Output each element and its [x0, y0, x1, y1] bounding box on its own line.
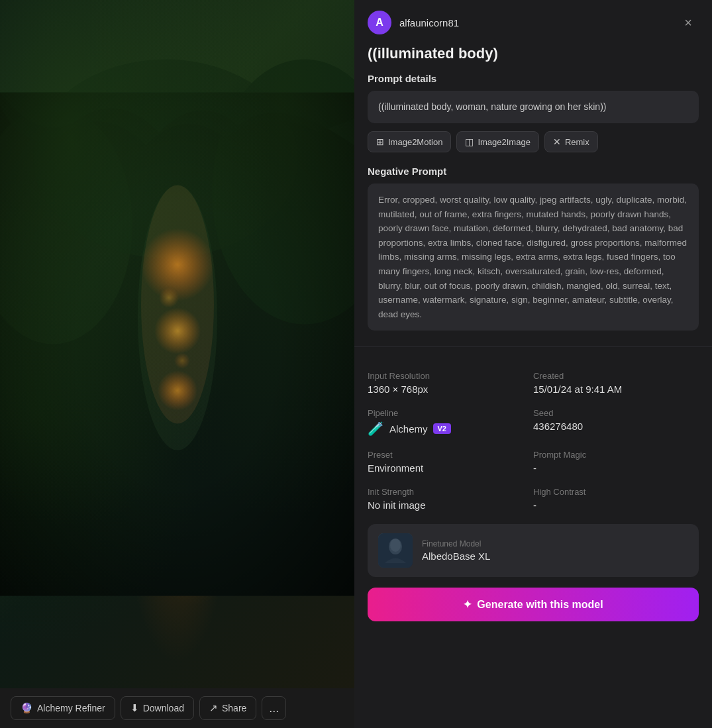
- share-label: Share: [222, 703, 246, 713]
- download-label: Download: [143, 703, 184, 713]
- close-icon: ×: [684, 15, 692, 30]
- init-strength-value: No init image: [368, 499, 533, 511]
- svg-point-3: [33, 60, 298, 258]
- more-options-button[interactable]: ...: [262, 696, 286, 720]
- username: alfaunicorn81: [399, 17, 670, 28]
- image2motion-button[interactable]: ⊞ Image2Motion: [368, 131, 451, 152]
- preset-label: Preset: [368, 450, 533, 460]
- meta-seed: Seed 436276480: [533, 408, 699, 437]
- toolbar: 🔮 Alchemy Refiner ⬇ Download ↗ Share ...: [0, 688, 354, 728]
- download-button[interactable]: ⬇ Download: [121, 696, 194, 720]
- pipeline-row: 🧪 Alchemy V2: [368, 421, 533, 437]
- svg-point-9: [174, 353, 190, 369]
- created-label: Created: [533, 371, 699, 381]
- more-icon: ...: [269, 702, 279, 715]
- pipeline-icon: 🧪: [368, 421, 384, 437]
- model-thumb-image: [378, 533, 413, 568]
- preset-value: Environment: [368, 462, 533, 474]
- created-value: 15/01/24 at 9:41 AM: [533, 384, 699, 395]
- image2image-icon: ◫: [465, 136, 474, 147]
- download-icon: ⬇: [130, 702, 139, 714]
- image2image-label: Image2Image: [478, 137, 531, 147]
- prompt-details-label: Prompt details: [354, 73, 712, 91]
- remix-label: Remix: [565, 137, 589, 147]
- remix-button[interactable]: ✕ Remix: [544, 131, 598, 152]
- svg-point-5: [141, 229, 214, 301]
- remix-icon: ✕: [553, 136, 561, 147]
- avatar: A: [368, 11, 391, 34]
- input-resolution-value: 1360 × 768px: [368, 384, 533, 395]
- svg-point-10: [141, 185, 214, 424]
- model-thumbnail: [378, 533, 413, 568]
- meta-preset: Preset Environment: [368, 450, 533, 474]
- input-resolution-label: Input Resolution: [368, 371, 533, 381]
- left-panel: 🔮 Alchemy Refiner ⬇ Download ↗ Share ...: [0, 0, 354, 728]
- generate-button[interactable]: ✦ Generate with this model: [368, 588, 699, 621]
- image2image-button[interactable]: ◫ Image2Image: [456, 131, 539, 152]
- avatar-letter: A: [376, 17, 383, 28]
- svg-point-7: [158, 371, 197, 411]
- svg-point-4: [138, 185, 217, 450]
- meta-created: Created 15/01/24 at 9:41 AM: [533, 371, 699, 395]
- high-contrast-label: High Contrast: [533, 487, 699, 497]
- divider: [354, 346, 712, 347]
- right-panel: A alfaunicorn81 × ((illuminated body) Pr…: [354, 0, 712, 728]
- svg-point-1: [0, 106, 132, 344]
- image2motion-icon: ⊞: [376, 136, 384, 147]
- svg-point-14: [390, 539, 401, 552]
- negative-prompt-label: Negative Prompt: [354, 166, 712, 183]
- high-contrast-value: -: [533, 499, 699, 511]
- init-strength-label: Init Strength: [368, 487, 533, 497]
- svg-rect-11: [0, 93, 354, 596]
- alchemy-label: Alchemy Refiner: [37, 703, 105, 713]
- model-name: AlbedoBase XL: [422, 550, 490, 562]
- prompt-magic-label: Prompt Magic: [533, 450, 699, 460]
- model-label: Finetuned Model: [422, 539, 490, 548]
- alchemy-icon: 🔮: [21, 702, 33, 714]
- prompt-magic-value: -: [533, 462, 699, 474]
- image2motion-label: Image2Motion: [388, 137, 442, 147]
- action-row: ⊞ Image2Motion ◫ Image2Image ✕ Remix: [368, 131, 699, 152]
- svg-point-2: [212, 60, 354, 325]
- share-button[interactable]: ↗ Share: [199, 696, 256, 720]
- model-info: Finetuned Model AlbedoBase XL: [422, 539, 490, 562]
- generated-image: [0, 0, 354, 688]
- version-badge: V2: [433, 423, 451, 434]
- meta-input-resolution: Input Resolution 1360 × 768px: [368, 371, 533, 395]
- header: A alfaunicorn81 ×: [354, 0, 712, 45]
- negative-prompt-text: Error, cropped, worst quality, low quali…: [368, 183, 699, 331]
- model-card: Finetuned Model AlbedoBase XL: [368, 524, 699, 577]
- close-button[interactable]: ×: [678, 12, 699, 33]
- meta-init-strength: Init Strength No init image: [368, 487, 533, 511]
- seed-value: 436276480: [533, 421, 699, 432]
- svg-point-8: [159, 288, 179, 308]
- meta-pipeline: Pipeline 🧪 Alchemy V2: [368, 408, 533, 437]
- meta-high-contrast: High Contrast -: [533, 487, 699, 511]
- generate-label: Generate with this model: [477, 599, 603, 611]
- pipeline-label: Pipeline: [368, 408, 533, 418]
- prompt-text: ((illuminated body, woman, nature growin…: [368, 91, 699, 123]
- image-title: ((illuminated body): [354, 45, 712, 73]
- share-icon: ↗: [209, 702, 218, 714]
- meta-prompt-magic: Prompt Magic -: [533, 450, 699, 474]
- seed-label: Seed: [533, 408, 699, 418]
- image-container: [0, 0, 354, 688]
- pipeline-name: Alchemy: [389, 423, 428, 435]
- alchemy-refiner-button[interactable]: 🔮 Alchemy Refiner: [11, 696, 115, 720]
- svg-rect-0: [0, 93, 354, 596]
- generate-icon: ✦: [463, 598, 472, 611]
- svg-point-6: [154, 308, 201, 354]
- metadata-grid: Input Resolution 1360 × 768px Created 15…: [354, 358, 712, 524]
